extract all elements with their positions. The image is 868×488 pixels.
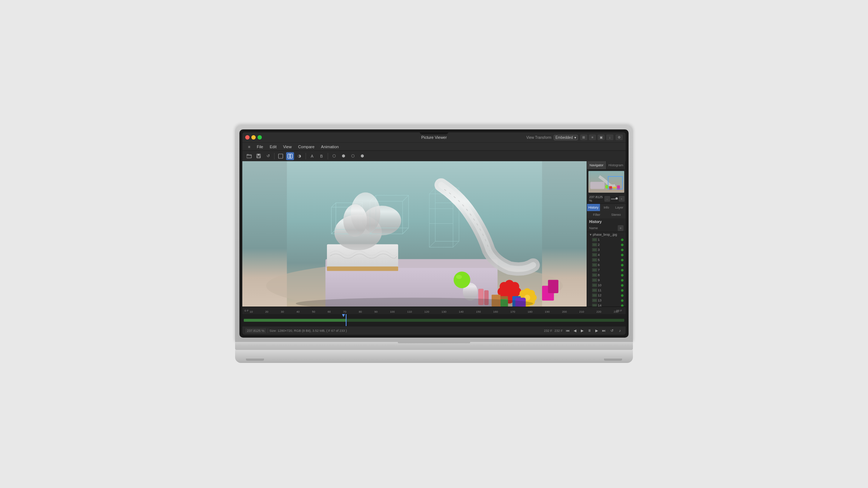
- svg-rect-102: [593, 299, 596, 301]
- history-item-icon: [592, 253, 597, 257]
- tab-navigator[interactable]: Navigator: [587, 161, 607, 169]
- svg-rect-2: [258, 154, 260, 155]
- svg-rect-88: [593, 264, 596, 266]
- tool-hex-2[interactable]: ⬢: [340, 152, 348, 160]
- settings-icon[interactable]: ⚙: [616, 134, 623, 140]
- menu-view[interactable]: View: [280, 144, 295, 150]
- history-dot: [621, 274, 624, 277]
- history-item[interactable]: 10: [587, 283, 626, 288]
- tab-filter[interactable]: Filter: [587, 211, 607, 218]
- label-a-button[interactable]: A: [308, 152, 316, 160]
- tool-hex-4[interactable]: ⬢: [358, 152, 366, 160]
- icon-btn-2[interactable]: ≡: [589, 134, 596, 140]
- view-compare-button[interactable]: [286, 152, 294, 160]
- menu-file[interactable]: File: [254, 144, 266, 150]
- viewport[interactable]: [242, 161, 587, 307]
- tab-layer[interactable]: Layer: [613, 204, 626, 211]
- screen-notch: [420, 129, 448, 134]
- minimize-button[interactable]: [251, 135, 256, 140]
- audio-button[interactable]: ♪: [617, 328, 623, 334]
- view-split-button[interactable]: ◑: [295, 152, 303, 160]
- history-dot: [621, 294, 624, 297]
- history-item[interactable]: 12: [587, 293, 626, 298]
- pause-button[interactable]: ⏸: [587, 328, 592, 334]
- menu-animation[interactable]: Animation: [318, 144, 342, 150]
- history-item-label: 3: [598, 248, 621, 252]
- history-item-label: 9: [598, 278, 621, 282]
- tab-histogram[interactable]: Histogram: [607, 161, 626, 169]
- tab-info[interactable]: Info: [600, 204, 613, 211]
- history-item[interactable]: 5: [587, 257, 626, 262]
- prev-frame-button[interactable]: ◀: [572, 328, 578, 334]
- frame-counter-right: 232 F: [554, 329, 563, 333]
- history-dot: [621, 284, 624, 287]
- history-item-label: 4: [598, 253, 621, 257]
- history-list[interactable]: 1 2 3: [587, 237, 626, 307]
- svg-rect-0: [247, 155, 251, 158]
- play-button[interactable]: ▶: [579, 328, 585, 334]
- menu-bar: ≡ File Edit View Compare Animation: [242, 142, 626, 150]
- history-item[interactable]: 14: [587, 303, 626, 307]
- history-item[interactable]: 9: [587, 278, 626, 283]
- traffic-lights: [245, 135, 262, 140]
- tool-hex-3[interactable]: ⬡: [349, 152, 357, 160]
- history-item[interactable]: 6: [587, 262, 626, 267]
- history-section-title: History: [587, 218, 626, 224]
- svg-point-37: [454, 271, 470, 288]
- history-item-label: 12: [598, 294, 621, 297]
- tab-stereo[interactable]: Stereo: [607, 211, 626, 218]
- history-item-icon: [592, 268, 597, 272]
- menu-edit[interactable]: Edit: [267, 144, 280, 150]
- history-item[interactable]: 2: [587, 242, 626, 247]
- history-settings-button[interactable]: ≡: [618, 225, 624, 231]
- loop-button[interactable]: ↺: [609, 328, 615, 334]
- history-header: Name ≡: [587, 224, 626, 232]
- history-item[interactable]: 1: [587, 237, 626, 242]
- history-item-label: 13: [598, 299, 621, 302]
- history-item-label: 5: [598, 258, 621, 262]
- label-b-button[interactable]: B: [318, 152, 326, 160]
- svg-rect-84: [593, 254, 596, 256]
- go-start-button[interactable]: ⏮: [565, 328, 571, 334]
- tool-hex-1[interactable]: ⬡: [330, 152, 338, 160]
- svg-rect-4: [278, 154, 283, 158]
- history-item[interactable]: 13: [587, 298, 626, 303]
- history-item[interactable]: 3: [587, 247, 626, 252]
- svg-rect-100: [593, 294, 596, 296]
- open-folder-button[interactable]: [245, 152, 253, 160]
- tab-history[interactable]: History: [587, 204, 600, 211]
- history-item[interactable]: 7: [587, 267, 626, 273]
- app-window: Picture Viewer View Transform Embedded ▾…: [242, 132, 626, 335]
- history-item[interactable]: 11: [587, 288, 626, 293]
- right-panel: Navigator Histogram: [587, 161, 626, 307]
- timeline-track[interactable]: [242, 314, 626, 326]
- icon-btn-3[interactable]: ▣: [597, 134, 605, 140]
- icon-btn-1[interactable]: ⊞: [580, 134, 587, 140]
- menu-compare[interactable]: Compare: [295, 144, 317, 150]
- nav-scene: [588, 171, 624, 193]
- history-item[interactable]: 4: [587, 252, 626, 257]
- history-dot: [621, 264, 624, 266]
- save-button[interactable]: [255, 152, 263, 160]
- history-item-icon: [592, 263, 597, 267]
- history-item-icon: [592, 294, 597, 297]
- history-item-icon: [592, 278, 597, 282]
- menu-icon[interactable]: ≡: [245, 143, 253, 151]
- view-transform-select[interactable]: Embedded ▾: [554, 135, 578, 140]
- next-frame-button[interactable]: ▶: [594, 328, 600, 334]
- svg-rect-3: [257, 156, 260, 158]
- zoom-plus-button[interactable]: +: [619, 196, 625, 202]
- icon-btn-4[interactable]: ↓: [606, 134, 613, 140]
- view-single-button[interactable]: [277, 152, 285, 160]
- sub-tabs: History Info Layer: [587, 204, 626, 211]
- history-item-icon: [592, 243, 597, 247]
- refresh-button[interactable]: ↺: [264, 152, 272, 160]
- close-button[interactable]: [245, 135, 250, 140]
- zoom-minus-button[interactable]: -: [604, 196, 610, 202]
- history-item[interactable]: 8: [587, 273, 626, 278]
- history-filename: phase_brop_.jpg: [593, 233, 624, 236]
- go-end-button[interactable]: ⏭: [601, 328, 607, 334]
- history-item-icon: [592, 248, 597, 252]
- history-item-label: 1: [598, 238, 621, 241]
- maximize-button[interactable]: [258, 135, 262, 140]
